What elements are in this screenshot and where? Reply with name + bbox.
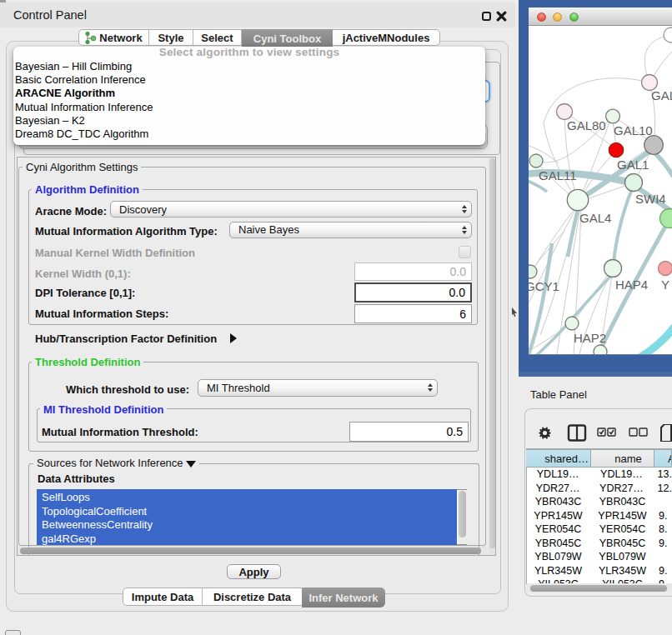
- svg-text:SWI4: SWI4: [635, 192, 666, 206]
- svg-text:Y: Y: [661, 278, 669, 292]
- svg-text:GAL11: GAL11: [539, 168, 577, 182]
- svg-text:GAL10: GAL10: [614, 123, 653, 138]
- svg-text:GAL80: GAL80: [567, 118, 606, 132]
- svg-text:HAP2: HAP2: [574, 331, 606, 345]
- svg-text:GCY1: GCY1: [529, 279, 559, 293]
- svg-text:HAP4: HAP4: [615, 278, 648, 292]
- svg-text:GAL4: GAL4: [579, 211, 611, 225]
- svg-text:GAL: GAL: [651, 88, 672, 102]
- svg-text:GAL1: GAL1: [617, 158, 649, 172]
